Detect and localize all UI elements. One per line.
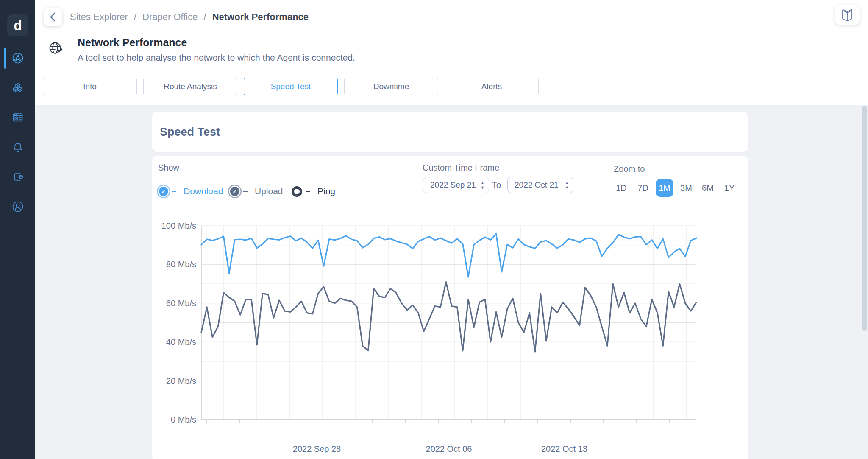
- documentation-button[interactable]: [835, 5, 860, 25]
- speed-test-panel: Show ✓Download✓UploadPing Custom Time Fr…: [152, 156, 748, 459]
- sidebar-item-logout[interactable]: [0, 162, 35, 192]
- y-axis-tick-label: 20 Mb/s: [166, 376, 196, 386]
- header: Sites Explorer / Draper Office / Network…: [35, 0, 868, 105]
- timeframe-from-value: 2022 Sep 21: [430, 180, 476, 190]
- breadcrumb: Sites Explorer / Draper Office / Network…: [70, 10, 309, 24]
- toggle-upload[interactable]: ✓Upload: [228, 183, 283, 199]
- y-axis-tick-label: 100 Mb/s: [161, 221, 196, 230]
- unchecked-circle-icon: [292, 186, 302, 197]
- book-icon: [840, 7, 855, 23]
- zoom-option-1m[interactable]: 1M: [656, 179, 673, 197]
- scrollbar-thumb[interactable]: [862, 106, 867, 331]
- sidebar-item-account[interactable]: [0, 192, 35, 221]
- breadcrumb-current-page: Network Performance: [212, 11, 309, 22]
- app-logo[interactable]: d: [7, 14, 28, 36]
- sidebar-nav: [0, 43, 35, 221]
- app-logo-letter: d: [14, 18, 22, 34]
- app-window: d Sites Explorer / Draper Office / Netwo…: [0, 0, 868, 459]
- checked-circle-icon: ✓: [159, 187, 168, 196]
- sidebar-item-services[interactable]: [0, 73, 35, 103]
- dashboard-icon: [11, 111, 24, 124]
- tab-info[interactable]: Info: [43, 78, 137, 95]
- cubes-icon: [11, 81, 24, 94]
- y-axis-tick-label: 0 Mb/s: [171, 415, 196, 424]
- breadcrumb-separator: /: [204, 11, 206, 22]
- series-line-sample: [243, 191, 248, 192]
- network-globe-icon: [11, 52, 24, 64]
- breadcrumb-sites-explorer[interactable]: Sites Explorer: [70, 11, 128, 22]
- speed-test-chart: 100 Mb/s80 Mb/s60 Mb/s40 Mb/s20 Mb/s0 Mb…: [152, 216, 748, 459]
- timeframe-to-stepper[interactable]: ▲▼: [565, 181, 569, 189]
- sidebar: d: [0, 0, 35, 459]
- timeframe-label: Custom Time Frame: [423, 163, 499, 173]
- zoom-option-1d[interactable]: 1D: [612, 179, 630, 197]
- page-subtitle: A tool set to help analyse the network t…: [78, 53, 355, 63]
- x-axis-tick-label: 2022 Oct 13: [541, 444, 587, 453]
- sidebar-item-alerts[interactable]: [0, 132, 35, 162]
- zoom-options: 1D7D1M3M6M1Y: [612, 179, 738, 197]
- tab-downtime[interactable]: Downtime: [344, 78, 438, 95]
- zoom-option-6m[interactable]: 6M: [699, 179, 717, 197]
- chevron-left-icon: [44, 8, 62, 26]
- zoom-option-3m[interactable]: 3M: [677, 179, 695, 197]
- back-button[interactable]: [44, 8, 62, 26]
- download-series-line: [201, 234, 696, 277]
- upload-series-line: [201, 282, 696, 352]
- sidebar-item-dashboard[interactable]: [0, 103, 35, 132]
- logout-icon: [11, 171, 24, 183]
- x-axis-tick-label: 2022 Oct 06: [426, 444, 472, 453]
- show-label: Show: [158, 163, 179, 173]
- zoom-to-label: Zoom to: [614, 164, 645, 174]
- timeframe-to-input[interactable]: 2022 Oct 21 ▲▼: [507, 177, 573, 193]
- toggle-label: Ping: [317, 186, 335, 196]
- timeframe-to-label: To: [492, 180, 501, 190]
- toggle-download[interactable]: ✓Download: [156, 183, 223, 199]
- toggle-ping[interactable]: Ping: [289, 183, 335, 199]
- tab-speed-test[interactable]: Speed Test: [244, 78, 338, 95]
- y-axis-tick-label: 60 Mb/s: [166, 299, 196, 308]
- content-area: Speed Test Show ✓Download✓UploadPing Cus…: [35, 105, 868, 459]
- series-line-sample: [172, 191, 176, 192]
- bell-icon: [11, 141, 24, 154]
- tab-alerts[interactable]: Alerts: [445, 78, 539, 95]
- zoom-option-1y[interactable]: 1Y: [721, 179, 738, 197]
- page-title: Network Performance: [78, 36, 187, 49]
- card-title: Speed Test: [160, 126, 220, 139]
- y-axis-tick-label: 80 Mb/s: [166, 260, 196, 269]
- speed-test-card-header: Speed Test: [152, 112, 748, 152]
- timeframe-from-stepper[interactable]: ▲▼: [481, 181, 484, 189]
- breadcrumb-separator: /: [134, 11, 136, 22]
- timeframe-to-value: 2022 Oct 21: [515, 180, 559, 190]
- user-icon: [11, 200, 24, 213]
- network-performance-icon: [48, 41, 65, 59]
- toggle-label: Download: [184, 186, 223, 196]
- x-axis-tick-label: 2022 Sep 28: [293, 444, 341, 453]
- tab-bar: InfoRoute AnalysisSpeed TestDowntimeAler…: [43, 78, 539, 95]
- breadcrumb-draper-office[interactable]: Draper Office: [142, 11, 198, 22]
- tab-route-analysis[interactable]: Route Analysis: [143, 78, 237, 95]
- y-axis-tick-label: 40 Mb/s: [166, 337, 196, 347]
- zoom-option-7d[interactable]: 7D: [634, 179, 652, 197]
- series-line-sample: [306, 191, 310, 192]
- timeframe-from-input[interactable]: 2022 Sep 21 ▲▼: [423, 177, 489, 193]
- sidebar-item-sites[interactable]: [0, 43, 35, 73]
- toggle-label: Upload: [255, 186, 283, 196]
- checked-circle-icon: ✓: [230, 187, 239, 196]
